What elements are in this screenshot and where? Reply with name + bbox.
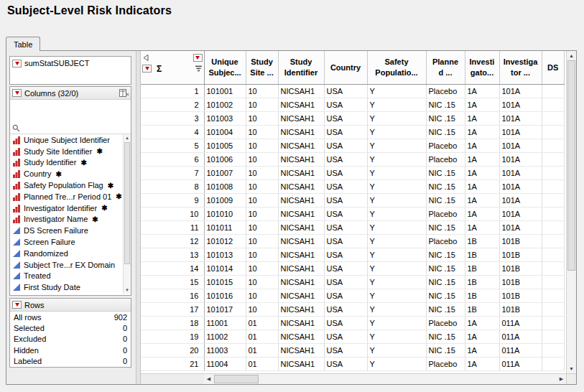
cell[interactable]: 10 — [246, 179, 278, 193]
cell[interactable]: NICSAH1 — [278, 220, 324, 234]
go-first-icon[interactable] — [142, 54, 149, 62]
row-number[interactable]: 21 — [141, 357, 204, 370]
columns-list-scrollbar[interactable]: ▲ ▼ — [123, 134, 131, 294]
row-number[interactable]: 16 — [141, 289, 204, 302]
cell[interactable]: NICSAH1 — [278, 111, 324, 125]
cell[interactable]: USA — [324, 302, 367, 316]
cell[interactable]: Y — [367, 207, 426, 220]
filter-icon[interactable] — [195, 65, 203, 73]
cell[interactable]: 101A — [499, 139, 542, 152]
scrollbar-thumb[interactable] — [124, 142, 130, 264]
cell[interactable]: 101004 — [204, 125, 246, 139]
cell[interactable] — [542, 316, 565, 330]
cell[interactable]: NICSAH1 — [278, 302, 324, 316]
scrollbar-thumb[interactable] — [214, 375, 259, 383]
row-number[interactable]: 11 — [141, 220, 204, 234]
cell[interactable]: Y — [367, 302, 426, 316]
cell[interactable]: 1A — [465, 152, 499, 166]
column-header[interactable]: Planne d ... — [426, 51, 465, 84]
cell[interactable]: Y — [367, 98, 426, 111]
cell[interactable]: 10 — [246, 261, 278, 275]
columns-search-input[interactable] — [22, 123, 129, 132]
cell[interactable]: Placebo — [426, 316, 465, 330]
summary-sigma-icon[interactable]: Σ — [157, 64, 162, 74]
column-list-item[interactable]: Subject Tre...r EX Domain — [10, 259, 123, 271]
cell[interactable]: 101006 — [204, 152, 246, 166]
cell[interactable] — [542, 289, 565, 302]
cell[interactable]: NICSAH1 — [278, 139, 324, 152]
cell[interactable] — [542, 275, 565, 289]
cell[interactable]: Y — [367, 316, 426, 330]
cell[interactable]: USA — [324, 275, 367, 289]
cell[interactable]: USA — [324, 220, 367, 234]
cell[interactable]: 10 — [246, 248, 278, 261]
cell[interactable]: NICSAH1 — [278, 98, 324, 111]
cell[interactable]: USA — [324, 207, 367, 220]
column-list-item[interactable]: Randomized — [10, 248, 123, 259]
cell[interactable]: 10 — [246, 193, 278, 207]
cell[interactable]: 10 — [246, 84, 278, 98]
column-manager-icon[interactable] — [119, 89, 129, 97]
scrollbar-thumb[interactable] — [567, 60, 575, 271]
cell[interactable]: 101A — [499, 98, 542, 111]
cell[interactable]: Y — [367, 289, 426, 302]
cell[interactable]: 101A — [499, 84, 542, 98]
cell[interactable]: 11004 — [204, 357, 246, 370]
cell[interactable]: 1A — [465, 139, 499, 152]
rows-corner-menu-icon[interactable] — [142, 65, 152, 73]
cell[interactable]: 101010 — [204, 207, 246, 220]
row-stat[interactable]: All rows902 — [10, 312, 131, 322]
scroll-right-icon[interactable]: ▶ — [557, 374, 566, 384]
cell[interactable]: 11002 — [204, 330, 246, 343]
cell[interactable]: NICSAH1 — [278, 248, 324, 261]
column-list-item[interactable]: Investigator Identifier✱ — [10, 202, 123, 214]
cell[interactable]: 10 — [246, 289, 278, 302]
cell[interactable]: 101A — [499, 220, 542, 234]
column-list-item[interactable]: Study Site Identifier✱ — [10, 146, 123, 157]
column-header[interactable]: Unique Subjec... — [204, 51, 246, 84]
cell[interactable]: NIC .15 — [426, 289, 465, 302]
cell[interactable]: 10 — [246, 302, 278, 316]
column-header[interactable]: Investi gato... — [465, 51, 499, 84]
cell[interactable]: 10 — [246, 139, 278, 152]
cell[interactable]: 1A — [465, 84, 499, 98]
cell[interactable]: 011A — [499, 330, 542, 343]
cell[interactable]: 11003 — [204, 343, 246, 357]
column-list-item[interactable]: Unique Subject Identifier — [10, 134, 123, 146]
row-number[interactable]: 3 — [141, 111, 204, 125]
cell[interactable] — [542, 179, 565, 193]
horizontal-scrollbar[interactable]: ◀ ▶ — [204, 373, 566, 384]
column-list-item[interactable]: DS Screen Failure — [10, 225, 123, 236]
cell[interactable]: NICSAH1 — [278, 179, 324, 193]
cell[interactable]: 101013 — [204, 248, 246, 261]
column-header[interactable]: Country — [324, 51, 367, 84]
cell[interactable]: NICSAH1 — [278, 207, 324, 220]
row-number[interactable]: 5 — [141, 139, 204, 152]
cell[interactable]: NIC .15 — [426, 261, 465, 275]
cell[interactable] — [542, 330, 565, 343]
row-number[interactable]: 12 — [141, 234, 204, 248]
row-number[interactable]: 1 — [141, 84, 204, 98]
column-list-item[interactable]: Treated — [10, 271, 123, 282]
cell[interactable]: 10 — [246, 152, 278, 166]
cell[interactable]: 101B — [499, 289, 542, 302]
cell[interactable]: NICSAH1 — [278, 289, 324, 302]
cell[interactable]: 101011 — [204, 220, 246, 234]
cell[interactable] — [542, 261, 565, 275]
column-list-item[interactable]: Country✱ — [10, 168, 123, 179]
cell[interactable]: 101003 — [204, 111, 246, 125]
cell[interactable]: 01 — [246, 316, 278, 330]
cell[interactable]: 1A — [465, 316, 499, 330]
cell[interactable]: 1A — [465, 125, 499, 139]
column-header[interactable]: DS — [542, 51, 565, 84]
cell[interactable]: 101A — [499, 166, 542, 179]
cell[interactable] — [542, 343, 565, 357]
cell[interactable]: NICSAH1 — [278, 357, 324, 370]
cell[interactable]: Y — [367, 248, 426, 261]
row-number[interactable]: 18 — [141, 316, 204, 330]
cell[interactable]: 01 — [246, 330, 278, 343]
cell[interactable]: 1B — [465, 302, 499, 316]
cell[interactable]: 101A — [499, 125, 542, 139]
cell[interactable]: Y — [367, 193, 426, 207]
row-number[interactable]: 13 — [141, 248, 204, 261]
